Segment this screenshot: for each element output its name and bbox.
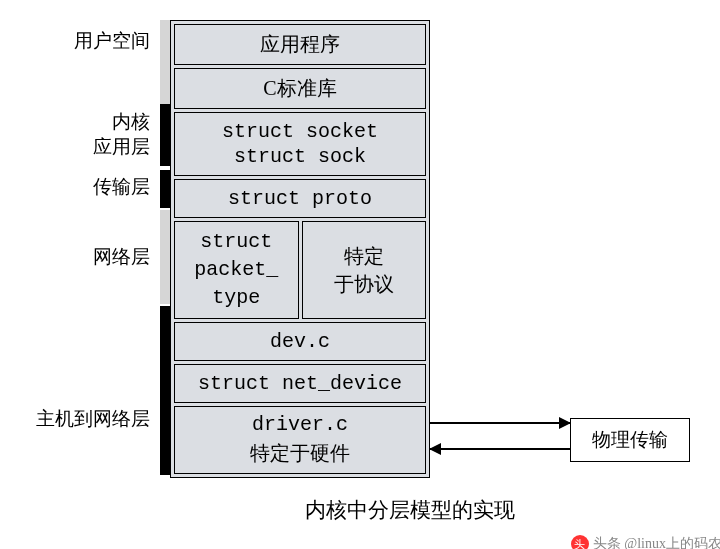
layer-labels-column: 用户空间 内核应用层 传输层 网络层 主机到网络层	[20, 20, 160, 475]
layered-model-diagram: 用户空间 内核应用层 传输层 网络层 主机到网络层 应用程序 C标准库 stru…	[20, 20, 720, 478]
bar-host-net	[160, 306, 170, 475]
label-host-net: 主机到网络层	[36, 406, 150, 432]
stack-column: 应用程序 C标准库 struct socket struct sock stru…	[170, 20, 430, 478]
text-struct-sock: struct sock	[222, 144, 378, 169]
label-user-space: 用户空间	[74, 28, 150, 54]
watermark: 头 头条 @linux上的码农	[571, 535, 720, 549]
box-proto: struct proto	[174, 179, 426, 218]
text-driver-c: driver.c	[175, 413, 425, 436]
label-kernel-app: 内核应用层	[93, 110, 150, 159]
box-c-stdlib: C标准库	[174, 68, 426, 109]
bar-user-space	[160, 20, 170, 104]
label-transport: 传输层	[93, 174, 150, 200]
text-hw-specific: 特定于硬件	[175, 440, 425, 467]
watermark-icon: 头	[571, 535, 589, 549]
box-dev-c: dev.c	[174, 322, 426, 361]
box-packet-type: structpacket_type	[174, 221, 299, 319]
caption: 内核中分层模型的实现	[80, 496, 720, 524]
box-net-device: struct net_device	[174, 364, 426, 403]
watermark-text: 头条 @linux上的码农	[593, 535, 720, 549]
arrow-to-physical	[430, 422, 570, 424]
box-driver: driver.c 特定于硬件	[174, 406, 426, 474]
bar-transport	[160, 170, 170, 208]
box-socket: struct socket struct sock	[174, 112, 426, 176]
box-network-row: structpacket_type 特定于协议	[174, 221, 426, 319]
box-physical-transport: 物理传输	[570, 418, 690, 462]
bar-kernel-app	[160, 104, 170, 166]
bar-network	[160, 210, 170, 304]
right-area: 物理传输	[430, 20, 700, 475]
box-application: 应用程序	[174, 24, 426, 65]
box-proto-specific: 特定于协议	[302, 221, 427, 319]
label-network: 网络层	[93, 244, 150, 270]
text-struct-socket: struct socket	[222, 119, 378, 144]
layer-bars-column	[160, 20, 170, 475]
arrow-from-physical	[430, 448, 570, 450]
